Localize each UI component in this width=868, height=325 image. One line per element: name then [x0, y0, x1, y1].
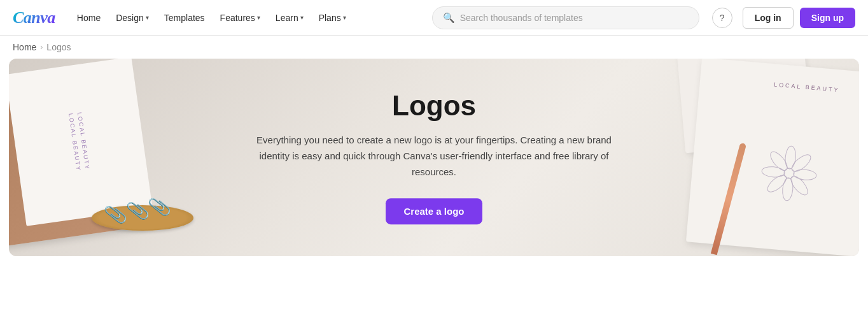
nav-plans[interactable]: Plans ▾: [312, 9, 353, 27]
hero-title: Logos: [256, 90, 612, 121]
login-button[interactable]: Log in: [743, 7, 794, 29]
logo[interactable]: Canva: [13, 8, 55, 27]
breadcrumb: Home › Logos: [0, 36, 868, 59]
nav-home-label: Home: [77, 13, 101, 23]
svg-point-8: [767, 149, 790, 173]
hero-description: Everything you need to create a new logo…: [256, 133, 612, 180]
nav-home[interactable]: Home: [71, 9, 107, 27]
nav-templates[interactable]: Templates: [158, 9, 211, 27]
signup-button[interactable]: Sign up: [800, 8, 855, 28]
plans-chevron-icon: ▾: [343, 14, 346, 21]
help-button[interactable]: ?: [712, 8, 732, 28]
nav-learn-label: Learn: [276, 13, 298, 23]
search-icon: 🔍: [443, 12, 455, 24]
auth-buttons: Log in Sign up: [743, 7, 855, 29]
logo-text: Canva: [13, 8, 55, 27]
search-bar: 🔍: [432, 6, 699, 29]
svg-point-0: [783, 168, 794, 178]
breadcrumb-home[interactable]: Home: [13, 42, 36, 52]
svg-point-4: [788, 173, 810, 198]
breadcrumb-current: Logos: [46, 42, 71, 52]
nav-design[interactable]: Design ▾: [109, 9, 155, 27]
nav-features-label: Features: [220, 13, 255, 23]
svg-point-7: [761, 166, 785, 178]
breadcrumb-separator: ›: [40, 43, 43, 52]
learn-chevron-icon: ▾: [300, 14, 304, 21]
nav-learn[interactable]: Learn ▾: [269, 9, 310, 27]
deco-paper-text: LOCAL BEAUTYLOCAL BEAUTY: [66, 112, 92, 172]
hero-content: Logos Everything you need to create a ne…: [256, 90, 612, 224]
features-chevron-icon: ▾: [257, 14, 260, 21]
svg-point-5: [781, 177, 794, 201]
svg-point-1: [785, 145, 797, 169]
svg-point-6: [765, 172, 789, 194]
svg-point-3: [793, 169, 816, 181]
nav-templates-label: Templates: [164, 13, 205, 23]
svg-point-2: [789, 152, 813, 174]
deco-floral-icon: [748, 132, 830, 215]
hero-section: LOCAL BEAUTYLOCAL BEAUTY 📎📎📎 LOCAL BEAUT…: [9, 59, 859, 256]
navbar: Canva Home Design ▾ Templates Features ▾…: [0, 0, 868, 36]
nav-features[interactable]: Features ▾: [214, 9, 267, 27]
hero-cta-button[interactable]: Create a logo: [386, 198, 482, 224]
nav-links: Home Design ▾ Templates Features ▾ Learn…: [71, 9, 427, 27]
search-input[interactable]: [460, 13, 689, 23]
design-chevron-icon: ▾: [146, 14, 149, 21]
nav-design-label: Design: [116, 13, 144, 23]
nav-plans-label: Plans: [319, 13, 341, 23]
